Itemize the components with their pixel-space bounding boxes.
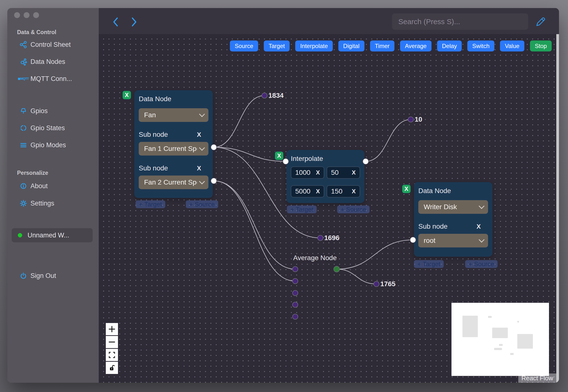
sidebar-item-gpio-states[interactable]: Gpio States (19, 124, 65, 132)
flow-edge[interactable] (366, 119, 411, 161)
node-title: Data Node (418, 187, 488, 195)
sidebar-item-label: Sign Out (30, 272, 56, 280)
add-target-button[interactable]: + Target (414, 260, 444, 268)
settings-icon (19, 199, 27, 207)
palette-button-interpolate[interactable]: Interpolate (295, 41, 332, 51)
sidebar-item-settings[interactable]: Settings (19, 199, 54, 207)
clear-value-button[interactable]: X (352, 169, 356, 176)
interpolate-value-input[interactable]: 50X (327, 167, 360, 179)
sidebar-item-active-workspace[interactable]: Unnamed W... (12, 228, 93, 242)
clear-value-button[interactable]: X (352, 188, 356, 195)
chevron-down-icon (199, 145, 205, 151)
palette-button-value[interactable]: Value (500, 41, 524, 51)
palette-button-target[interactable]: Target (264, 41, 290, 51)
palette-button-delay[interactable]: Delay (437, 41, 462, 51)
average-input-handle[interactable] (292, 266, 298, 272)
average-input-handle[interactable] (292, 278, 298, 284)
interpolate-node[interactable]: Interpolate 1000X50X5000X150X (286, 150, 364, 203)
add-source-button[interactable]: + Source (186, 200, 218, 208)
sidebar-item-gpios[interactable]: Gpios (19, 107, 48, 115)
sidebar-item-gpio-modes[interactable]: Gpio Modes (19, 141, 66, 149)
edge-value-label: 1834 (268, 92, 284, 99)
data-node-fan[interactable]: Data Node Fan Sub node X Fan 1 Current S… (134, 90, 213, 198)
zoom-out-button[interactable] (106, 336, 118, 348)
palette-button-stop[interactable]: Stop (530, 41, 552, 51)
interpolate-value-input[interactable]: 150X (327, 185, 360, 197)
fan1-speed-select[interactable]: Fan 1 Current Spe (139, 142, 208, 155)
palette-button-switch[interactable]: Switch (467, 41, 494, 51)
app-window: Data & ControlControl SheetData NodesMQT… (7, 8, 559, 383)
interpolate-value-input[interactable]: 5000X (291, 185, 324, 197)
back-chevron-icon[interactable] (111, 16, 121, 27)
mqtt-icon: MQTT (19, 75, 27, 83)
palette-button-digital[interactable]: Digital (338, 41, 364, 51)
react-flow-attribution[interactable]: React Flow (518, 374, 556, 383)
connection-handle[interactable] (283, 158, 289, 165)
palette-button-average[interactable]: Average (400, 41, 431, 51)
flow-edge[interactable] (337, 240, 413, 269)
delete-node-button[interactable]: X (123, 91, 131, 99)
flow-edge[interactable] (337, 269, 376, 284)
average-output-handle[interactable] (333, 266, 340, 272)
flow-edge[interactable] (214, 181, 295, 269)
connection-handle[interactable] (211, 144, 217, 150)
minimap-node (488, 316, 492, 318)
writer-disk-select[interactable]: Writer Disk (418, 200, 488, 214)
remove-subnode-button[interactable]: X (197, 165, 201, 172)
flow-canvas[interactable]: SourceTargetInterpolateDigitalTimerAvera… (99, 34, 559, 383)
vertical-scrollbar[interactable] (556, 34, 559, 383)
chevron-down-icon (199, 179, 205, 184)
window-minimize-button[interactable] (24, 12, 29, 18)
add-target-button[interactable]: + Target (287, 206, 317, 213)
unlock-button[interactable] (106, 362, 118, 374)
window-close-button[interactable] (14, 12, 20, 18)
fit-view-button[interactable] (106, 349, 118, 361)
minimap-node (462, 316, 478, 337)
average-input-handle[interactable] (292, 290, 298, 296)
palette-button-source[interactable]: Source (230, 41, 258, 51)
add-source-button[interactable]: + Source (337, 206, 370, 213)
window-zoom-button[interactable] (33, 12, 39, 18)
average-input-handle[interactable] (292, 302, 298, 308)
data-node-writer[interactable]: Data Node Writer Disk Sub node X root (414, 182, 492, 257)
sub-node-label: Sub node (418, 223, 448, 230)
clear-value-button[interactable]: X (316, 188, 320, 195)
add-target-button[interactable]: + Target (136, 200, 165, 208)
delete-node-button[interactable]: X (275, 152, 283, 160)
interpolate-value-input[interactable]: 1000X (291, 167, 324, 179)
add-source-button[interactable]: + Source (465, 260, 498, 268)
value-handle-dot[interactable] (374, 281, 379, 287)
value-handle-dot[interactable] (262, 93, 267, 98)
remove-subnode-button[interactable]: X (477, 223, 481, 230)
forward-chevron-icon[interactable] (129, 16, 139, 27)
zoom-in-button[interactable] (106, 323, 118, 335)
minimap[interactable] (451, 303, 549, 376)
fan-select[interactable]: Fan (139, 108, 208, 122)
minimap-node (517, 321, 519, 322)
connection-handle[interactable] (211, 178, 217, 184)
sidebar-item-data-nodes[interactable]: Data Nodes (19, 58, 65, 66)
edit-pencil-icon[interactable] (535, 16, 546, 27)
palette-button-timer[interactable]: Timer (370, 41, 394, 51)
clear-value-button[interactable]: X (316, 169, 320, 176)
sidebar-item-control-sheet[interactable]: Control Sheet (19, 41, 71, 49)
sidebar-item-mqtt-conn[interactable]: MQTTMQTT Conn... (19, 75, 72, 83)
sidebar-item-about[interactable]: About (19, 182, 48, 190)
value-text: 1000 (295, 169, 310, 177)
flow-edge[interactable] (214, 181, 295, 281)
average-input-handle[interactable] (292, 314, 298, 320)
sidebar-item-sign-out[interactable]: Sign Out (19, 272, 56, 280)
connection-handle[interactable] (410, 237, 416, 243)
value-handle-dot[interactable] (408, 116, 414, 122)
chevron-down-icon (479, 203, 485, 209)
fan2-speed-select[interactable]: Fan 2 Current Spe (139, 176, 208, 189)
delete-node-button[interactable]: X (402, 185, 411, 193)
value-handle-dot[interactable] (318, 235, 323, 241)
flow-edge[interactable] (214, 96, 264, 147)
remove-subnode-button[interactable]: X (197, 131, 201, 139)
search-input[interactable] (392, 14, 528, 30)
connection-handle[interactable] (362, 158, 369, 165)
root-select[interactable]: root (418, 234, 488, 247)
node-title: Interpolate (291, 155, 360, 163)
sidebar-item-label: Unnamed W... (28, 232, 69, 239)
